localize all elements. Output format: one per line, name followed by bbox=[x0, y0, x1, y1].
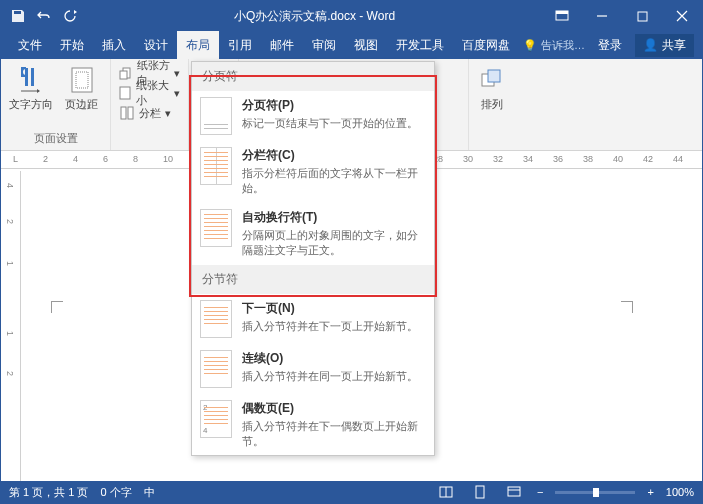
minimize-icon[interactable] bbox=[582, 1, 622, 31]
zoom-level[interactable]: 100% bbox=[666, 486, 694, 498]
break-thumb-icon bbox=[200, 300, 232, 338]
arrange-icon bbox=[477, 65, 507, 95]
break-option[interactable]: 分栏符(C)指示分栏符后面的文字将从下一栏开始。 bbox=[192, 141, 434, 203]
chevron-down-icon: ▾ bbox=[165, 107, 171, 120]
tell-me[interactable]: 💡告诉我… bbox=[523, 38, 585, 53]
break-desc: 分隔网页上的对象周围的文字，如分隔题注文字与正文。 bbox=[242, 228, 426, 259]
columns-button[interactable]: 分栏▾ bbox=[115, 103, 184, 123]
break-thumb-icon bbox=[200, 147, 232, 185]
status-lang[interactable]: 中 bbox=[144, 485, 155, 500]
size-icon bbox=[119, 85, 132, 101]
zoom-slider[interactable] bbox=[555, 491, 635, 494]
signin-link[interactable]: 登录 bbox=[589, 31, 631, 59]
break-thumb-icon: 24 bbox=[200, 400, 232, 438]
chevron-down-icon: ▾ bbox=[174, 87, 180, 100]
dd-section-pagebreaks: 分页符 bbox=[192, 62, 434, 91]
zoom-in-icon[interactable]: + bbox=[647, 486, 653, 498]
dd-section-sectionbreaks: 分节符 bbox=[192, 265, 434, 294]
ruler-mark: 8 bbox=[133, 154, 138, 164]
status-page[interactable]: 第 1 页，共 1 页 bbox=[9, 485, 88, 500]
ruler-mark: 1 bbox=[5, 331, 15, 336]
break-desc: 指示分栏符后面的文字将从下一栏开始。 bbox=[242, 166, 426, 197]
maximize-icon[interactable] bbox=[622, 1, 662, 31]
ruler-mark: 32 bbox=[493, 154, 503, 164]
margins-button[interactable]: 页边距 bbox=[61, 63, 102, 114]
tab-mailings[interactable]: 邮件 bbox=[261, 31, 303, 59]
tab-layout[interactable]: 布局 bbox=[177, 31, 219, 59]
break-option[interactable]: 分页符(P)标记一页结束与下一页开始的位置。 bbox=[192, 91, 434, 141]
svg-rect-1 bbox=[556, 11, 568, 14]
ribbon-opts-icon[interactable] bbox=[542, 1, 582, 31]
columns-label: 分栏 bbox=[139, 106, 161, 121]
ruler-mark: 6 bbox=[103, 154, 108, 164]
tab-view[interactable]: 视图 bbox=[345, 31, 387, 59]
tab-insert[interactable]: 插入 bbox=[93, 31, 135, 59]
ruler-mark: 10 bbox=[163, 154, 173, 164]
break-desc: 标记一页结束与下一页开始的位置。 bbox=[242, 116, 426, 131]
ruler-mark: 2 bbox=[43, 154, 48, 164]
ruler-mark: 4 bbox=[73, 154, 78, 164]
ruler-mark: 38 bbox=[583, 154, 593, 164]
tab-devtools[interactable]: 开发工具 bbox=[387, 31, 453, 59]
ruler-mark: 1 bbox=[5, 261, 15, 266]
ruler-mark: 30 bbox=[463, 154, 473, 164]
share-button[interactable]: 👤共享 bbox=[635, 34, 694, 57]
break-option[interactable]: 下一页(N)插入分节符并在下一页上开始新节。 bbox=[192, 294, 434, 344]
break-title: 偶数页(E) bbox=[242, 400, 426, 417]
tab-baidu[interactable]: 百度网盘 bbox=[453, 31, 519, 59]
svg-rect-22 bbox=[488, 70, 500, 82]
tab-design[interactable]: 设计 bbox=[135, 31, 177, 59]
person-icon: 👤 bbox=[643, 38, 658, 52]
svg-rect-13 bbox=[128, 107, 133, 119]
chevron-down-icon: ▾ bbox=[174, 67, 180, 80]
page-corner-tl bbox=[51, 301, 63, 313]
margins-icon bbox=[67, 65, 97, 95]
vertical-ruler[interactable]: 42112 bbox=[1, 171, 21, 481]
ruler-mark: L bbox=[13, 154, 18, 164]
view-read-icon[interactable] bbox=[435, 483, 457, 501]
page-corner-tr bbox=[621, 301, 633, 313]
svg-rect-5 bbox=[31, 68, 34, 86]
text-direction-label: 文字方向 bbox=[9, 97, 53, 112]
break-thumb-icon bbox=[200, 209, 232, 247]
break-option[interactable]: 24偶数页(E)插入分节符并在下一偶数页上开始新节。 bbox=[192, 394, 434, 456]
view-web-icon[interactable] bbox=[503, 483, 525, 501]
redo-icon[interactable] bbox=[59, 5, 81, 27]
ruler-mark: 2 bbox=[5, 371, 15, 376]
tab-references[interactable]: 引用 bbox=[219, 31, 261, 59]
breaks-dropdown: 分页符 分页符(P)标记一页结束与下一页开始的位置。分栏符(C)指示分栏符后面的… bbox=[191, 61, 435, 456]
svg-rect-11 bbox=[120, 87, 130, 99]
break-desc: 插入分节符并在下一页上开始新节。 bbox=[242, 319, 426, 334]
save-icon[interactable] bbox=[7, 5, 29, 27]
columns-icon bbox=[119, 105, 135, 121]
close-icon[interactable] bbox=[662, 1, 702, 31]
svg-rect-25 bbox=[476, 486, 484, 498]
tab-file[interactable]: 文件 bbox=[9, 31, 51, 59]
text-direction-button[interactable]: 文字方向 bbox=[5, 63, 57, 114]
break-title: 连续(O) bbox=[242, 350, 426, 367]
text-direction-icon bbox=[16, 65, 46, 95]
arrange-button[interactable]: 排列 bbox=[473, 63, 511, 114]
ruler-mark: 42 bbox=[643, 154, 653, 164]
undo-icon[interactable] bbox=[33, 5, 55, 27]
status-words[interactable]: 0 个字 bbox=[100, 485, 131, 500]
break-desc: 插入分节符并在下一偶数页上开始新节。 bbox=[242, 419, 426, 450]
ruler-mark: 40 bbox=[613, 154, 623, 164]
ruler-mark: 34 bbox=[523, 154, 533, 164]
break-option[interactable]: 连续(O)插入分节符并在同一页上开始新节。 bbox=[192, 344, 434, 394]
view-print-icon[interactable] bbox=[469, 483, 491, 501]
ruler-mark: 36 bbox=[553, 154, 563, 164]
arrange-label: 排列 bbox=[481, 97, 503, 112]
zoom-out-icon[interactable]: − bbox=[537, 486, 543, 498]
tab-home[interactable]: 开始 bbox=[51, 31, 93, 59]
break-option[interactable]: 自动换行符(T)分隔网页上的对象周围的文字，如分隔题注文字与正文。 bbox=[192, 203, 434, 265]
break-thumb-icon bbox=[200, 97, 232, 135]
ruler-mark: 2 bbox=[5, 219, 15, 224]
svg-rect-26 bbox=[508, 487, 520, 496]
group-pagesetup-label: 页面设置 bbox=[5, 129, 106, 148]
tab-review[interactable]: 审阅 bbox=[303, 31, 345, 59]
break-thumb-icon bbox=[200, 350, 232, 388]
size-button[interactable]: 纸张大小▾ bbox=[115, 83, 184, 103]
break-desc: 插入分节符并在同一页上开始新节。 bbox=[242, 369, 426, 384]
break-title: 自动换行符(T) bbox=[242, 209, 426, 226]
